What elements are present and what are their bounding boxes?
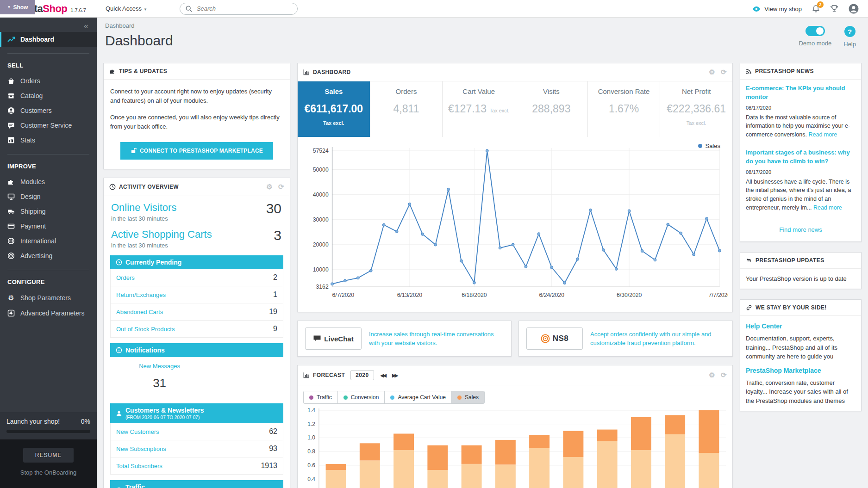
- sidebar-item-design[interactable]: Design: [0, 189, 97, 204]
- pending-returns-link[interactable]: Return/Exchanges: [116, 291, 166, 298]
- kpi-orders[interactable]: Orders 4,811: [370, 81, 443, 137]
- previous-period-button[interactable]: ◀◀: [381, 373, 386, 378]
- search-input[interactable]: [197, 5, 292, 12]
- sidebar-item-dashboard[interactable]: Dashboard: [0, 32, 97, 47]
- dashboard-panel-title: DASHBOARD: [313, 69, 351, 75]
- gear-icon[interactable]: ⚙: [709, 68, 715, 76]
- new-messages-link[interactable]: New Messages: [104, 363, 215, 370]
- tips-paragraph-1: Connect to your account right now to enj…: [110, 87, 283, 105]
- view-my-shop-label: View my shop: [764, 6, 802, 12]
- legend-average-cart-value-button[interactable]: Average Cart Value: [385, 391, 452, 403]
- tips-paragraph-2: Once you are connected, you will also en…: [110, 113, 283, 131]
- kpi-visits[interactable]: Visits 288,893: [515, 81, 587, 137]
- show-onboarding-button[interactable]: ▼ Show: [0, 0, 35, 14]
- sales-chart-area: Sales 3162100002000030000400005000057524…: [298, 137, 732, 312]
- ns8-banner[interactable]: NS8 Accept orders confidently with our s…: [518, 321, 733, 357]
- kpi-net-profit[interactable]: Net Profit €222,336.61 Tax excl.: [660, 81, 732, 137]
- read-more-link[interactable]: Read more: [813, 204, 842, 211]
- quick-access-menu[interactable]: Quick Access▼: [106, 5, 147, 12]
- show-overlay-label: Show: [13, 4, 28, 11]
- sidebar-item-international[interactable]: International: [0, 234, 97, 248]
- connect-marketplace-button[interactable]: CONNECT TO PRESTASHOP MARKETPLACE: [120, 142, 273, 160]
- legend-sales-button[interactable]: Sales: [452, 391, 484, 403]
- new-messages-count: 31: [104, 376, 215, 390]
- sidebar-item-customers[interactable]: Customers: [0, 103, 97, 118]
- sidebar-item-stats[interactable]: Stats: [0, 133, 97, 148]
- kpi-sales[interactable]: Sales €611,617.00 Tax excl.: [298, 81, 370, 137]
- svg-text:7/7/2020: 7/7/2020: [709, 292, 728, 298]
- account-menu-button[interactable]: [849, 4, 859, 14]
- search-box[interactable]: [180, 3, 298, 15]
- livechat-text: Increase sales through real-time convers…: [369, 330, 504, 348]
- news-article-link[interactable]: Important stages of a business: why do y…: [746, 148, 856, 166]
- sidebar-item-customer-service[interactable]: Customer Service: [0, 118, 97, 133]
- sidebar-item-advanced-parameters[interactable]: Advanced Parameters: [0, 306, 97, 321]
- help-button[interactable]: ?: [844, 26, 856, 37]
- sales-line-chart: 31621000020000300004000050000575246/7/20…: [302, 140, 728, 306]
- ns8-logo: NS8: [526, 327, 583, 350]
- notifications-button[interactable]: 2: [812, 5, 820, 13]
- total-subscribers-link[interactable]: Total Subscribers: [116, 463, 162, 469]
- person-icon: [7, 107, 15, 114]
- legend-traffic-button[interactable]: Traffic: [304, 391, 338, 403]
- sidebar-item-shipping[interactable]: Shipping: [0, 204, 97, 219]
- legend-conversion-button[interactable]: Conversion: [338, 391, 385, 403]
- gear-icon[interactable]: ⚙: [266, 183, 273, 191]
- livechat-banner[interactable]: LiveChat Increase sales through real-tim…: [297, 321, 512, 357]
- gear-icon[interactable]: ⚙: [709, 371, 715, 379]
- sidebar-item-catalog[interactable]: Catalog: [0, 88, 97, 103]
- sidebar-item-payment[interactable]: Payment: [0, 219, 97, 234]
- forecast-year-selector[interactable]: 2020: [350, 370, 374, 380]
- stop-onboarding-link[interactable]: Stop the OnBoarding: [0, 469, 97, 476]
- kpi-cart-value[interactable]: Cart Value €127.13 Tax excl.: [442, 81, 515, 137]
- view-my-shop-link[interactable]: View my shop: [752, 6, 802, 12]
- logo-shop-text: Shop: [43, 3, 67, 14]
- online-visitors-link[interactable]: Online Visitors: [111, 202, 282, 214]
- sidebar-section-improve: IMPROVE: [0, 154, 97, 174]
- refresh-icon[interactable]: ⟳: [721, 68, 727, 76]
- target-icon: [7, 252, 15, 259]
- new-subscriptions-link[interactable]: New Subscriptions: [116, 445, 166, 452]
- bar-chart-icon: [7, 136, 15, 144]
- store-icon: [7, 92, 15, 99]
- next-period-button[interactable]: ▶▶: [392, 373, 397, 378]
- sidebar-item-advertising[interactable]: Advertising: [0, 248, 97, 263]
- clock-icon: [116, 259, 122, 266]
- demo-mode-toggle[interactable]: [806, 26, 825, 36]
- read-more-link[interactable]: Read more: [808, 131, 837, 138]
- pending-orders-link[interactable]: Orders: [116, 274, 135, 281]
- out-of-stock-link[interactable]: Out of Stock Products: [116, 326, 175, 333]
- sidebar-collapse-button[interactable]: «: [75, 18, 97, 32]
- kpi-conversion-rate[interactable]: Conversion Rate 1.67%: [587, 81, 660, 137]
- marketplace-text: Traffic, conversion rate, customer loyal…: [746, 378, 856, 406]
- table-row: Return/Exchanges 1: [111, 286, 283, 303]
- news-article-link[interactable]: E-commerce: The KPIs you should monitor: [746, 84, 856, 102]
- refresh-icon[interactable]: ⟳: [721, 371, 727, 379]
- svg-text:40000: 40000: [313, 191, 329, 198]
- sidebar-item-modules[interactable]: Modules: [0, 174, 97, 189]
- refresh-icon[interactable]: ⟳: [278, 183, 284, 191]
- help-center-link[interactable]: Help Center: [746, 321, 856, 331]
- chevron-down-icon: ▼: [7, 5, 11, 9]
- achievements-button[interactable]: [830, 5, 838, 13]
- find-more-news-link[interactable]: Find more news: [740, 219, 861, 241]
- news-article: E-commerce: The KPIs you should monitor …: [746, 84, 856, 139]
- legend-dot: [698, 144, 702, 148]
- gear-icon: ⚙: [7, 294, 15, 302]
- svg-text:1.0: 1.0: [307, 434, 315, 441]
- active-carts-value: 3: [274, 228, 281, 243]
- sidebar-item-orders[interactable]: Orders: [0, 74, 97, 88]
- help-label: Help: [843, 41, 856, 48]
- resume-button[interactable]: RESUME: [23, 448, 74, 463]
- prestashop-updates-panel: PRESTASHOP UPDATES Your PrestaShop versi…: [740, 252, 862, 290]
- svg-text:6/13/2020: 6/13/2020: [397, 292, 422, 298]
- active-carts-link[interactable]: Active Shopping Carts: [111, 229, 282, 241]
- table-row: Abandoned Carts 19: [111, 303, 283, 321]
- page-title: Dashboard: [105, 33, 860, 49]
- kpi-row: Sales €611,617.00 Tax excl. Orders 4,811…: [298, 81, 732, 137]
- marketplace-link[interactable]: PrestaShop Marketplace: [746, 366, 856, 376]
- sidebar-item-shop-parameters[interactable]: ⚙ Shop Parameters: [0, 290, 97, 306]
- svg-text:6/7/2020: 6/7/2020: [332, 292, 355, 298]
- abandoned-carts-link[interactable]: Abandoned Carts: [116, 309, 163, 315]
- new-customers-link[interactable]: New Customers: [116, 428, 159, 435]
